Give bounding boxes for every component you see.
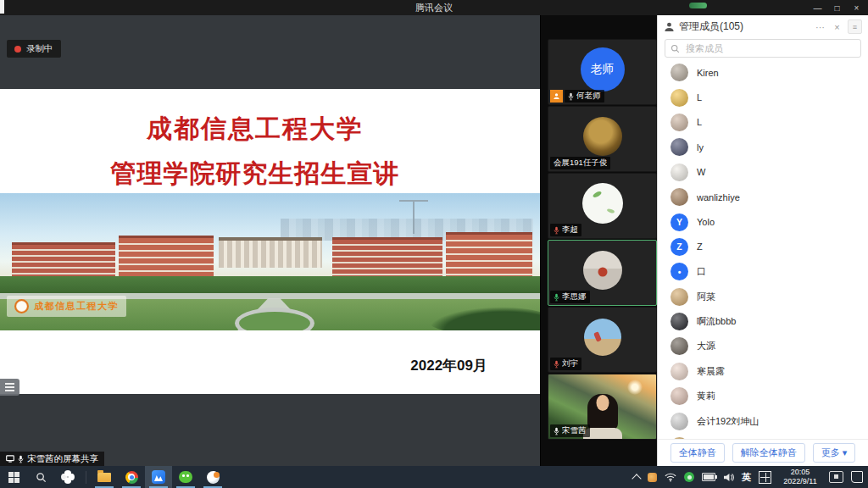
member-row[interactable]: 阿菜 — [658, 285, 868, 309]
participant-name: 何老师 — [576, 91, 601, 102]
taskbar-search-button[interactable] — [27, 466, 54, 488]
taskbar-file-explorer[interactable] — [91, 466, 118, 488]
app-icon — [207, 471, 220, 484]
list-icon — [5, 386, 14, 388]
mic-active-icon — [554, 293, 559, 302]
avatar — [670, 164, 688, 181]
member-row[interactable]: wanlizhiye — [658, 185, 868, 209]
action-center-icon[interactable] — [851, 471, 863, 483]
photo-main-building — [219, 237, 322, 268]
minimize-button[interactable]: — — [808, 0, 827, 15]
member-row[interactable]: 寒晨露 — [658, 359, 868, 384]
taskbar-wechat[interactable] — [172, 466, 199, 488]
mic-muted-icon — [554, 360, 559, 369]
panel-more-icon[interactable]: ··· — [814, 22, 826, 32]
recording-label: 录制中 — [26, 43, 53, 55]
member-row[interactable]: 黄莉 — [658, 384, 868, 408]
avatar — [670, 363, 688, 380]
members-panel: 管理成员(105) ··· × ≡ Kiren L L ly W wanlizh… — [657, 15, 868, 466]
member-name: Z — [697, 241, 703, 252]
ime-icon[interactable] — [759, 471, 771, 484]
presenter-share-text: 宋雪茜的屏幕共享 — [27, 453, 98, 465]
participant-label: 李超 — [550, 224, 581, 236]
wifi-icon[interactable] — [665, 473, 676, 482]
video-tile[interactable]: 会展191任子俊 — [548, 106, 657, 172]
host-badge-icon — [550, 90, 563, 103]
avatar — [670, 114, 688, 131]
member-row[interactable]: 会计192刘坤山 — [658, 408, 868, 433]
member-name: 阿菜 — [697, 291, 715, 303]
more-button[interactable]: 更多 ▾ — [813, 443, 856, 463]
member-name: 啊流bbbb — [697, 315, 736, 328]
member-row[interactable]: •口 — [658, 259, 868, 284]
taskbar-tencent-meeting[interactable] — [145, 466, 172, 488]
participant-name: 刘宇 — [562, 358, 578, 369]
mic-icon — [568, 92, 574, 101]
person-face — [596, 395, 609, 411]
panel-hamburger-icon[interactable]: ≡ — [848, 19, 862, 34]
members-icon — [664, 21, 675, 32]
pinwheel-icon — [61, 470, 75, 484]
search-icon — [670, 44, 680, 53]
member-name: 大源 — [697, 340, 715, 352]
participant-name: 会展191任子俊 — [554, 158, 607, 169]
wechat-icon — [179, 471, 192, 483]
member-row[interactable]: Kiren — [658, 60, 868, 85]
video-tile-active-speaker[interactable]: 李思娜 — [548, 240, 657, 306]
maximize-button[interactable]: □ — [827, 0, 847, 15]
members-panel-header: 管理成员(105) ··· × ≡ — [658, 15, 868, 38]
avatar: Z — [670, 238, 688, 256]
member-row[interactable]: W — [658, 160, 868, 185]
language-indicator[interactable]: 英 — [742, 471, 751, 484]
screen-icon — [6, 455, 14, 463]
unmute-all-button[interactable]: 解除全体静音 — [732, 443, 805, 463]
close-button[interactable]: × — [847, 0, 866, 15]
video-tile[interactable]: 刘宇 — [548, 307, 657, 373]
taskbar-pinwheel-app[interactable] — [54, 466, 81, 488]
member-search-input[interactable] — [684, 42, 855, 54]
avatar — [670, 89, 688, 107]
member-row[interactable]: 大源 — [658, 334, 868, 358]
mute-all-button[interactable]: 全体静音 — [670, 443, 725, 463]
participant-label: 会展191任子俊 — [550, 157, 610, 169]
presenter-share-label: 宋雪茜的屏幕共享 — [0, 452, 104, 466]
video-tile[interactable]: 李超 — [548, 173, 657, 239]
avatar — [670, 387, 688, 405]
member-row[interactable]: L — [658, 110, 868, 135]
folder-icon — [97, 473, 111, 482]
taskbar-app-5[interactable] — [199, 466, 226, 488]
recording-dot-icon — [14, 46, 21, 53]
tray-security-icon[interactable] — [684, 472, 694, 482]
annotation-toolbar-button[interactable] — [0, 379, 19, 396]
member-row[interactable]: YYolo — [658, 209, 868, 234]
recording-badge[interactable]: 录制中 — [7, 40, 61, 58]
slide-date: 2022年09月 — [410, 356, 487, 375]
member-row[interactable]: ZZ — [658, 235, 868, 259]
taskbar-chrome[interactable] — [118, 466, 145, 488]
member-row[interactable]: L — [658, 85, 868, 109]
volume-icon[interactable] — [723, 473, 734, 482]
member-search-box[interactable] — [665, 39, 861, 58]
video-tile-camera-on[interactable]: 宋雪茜 — [548, 374, 657, 440]
panel-close-icon[interactable]: × — [831, 22, 843, 32]
avatar — [670, 188, 688, 206]
tray-app-icon[interactable] — [648, 473, 657, 482]
member-row[interactable]: ly — [658, 135, 868, 159]
slide-title-line1: 成都信息工程大学 — [0, 112, 510, 147]
media-popup-icon[interactable] — [829, 471, 843, 483]
avatar — [670, 138, 688, 156]
taskbar-clock[interactable]: 20:05 2022/9/11 — [779, 468, 821, 487]
windows-taskbar: 英 20:05 2022/9/11 — [0, 466, 868, 488]
clock-date: 2022/9/11 — [779, 477, 821, 486]
member-list: Kiren L L ly W wanlizhiye YYolo ZZ •口 阿菜… — [658, 60, 868, 457]
video-tile-teacher[interactable]: 老师 何老师 — [548, 39, 657, 105]
member-row[interactable]: 啊流bbbb — [658, 309, 868, 334]
photo-crane — [413, 200, 415, 234]
tray-expand-icon[interactable] — [632, 474, 641, 483]
battery-icon[interactable] — [702, 473, 715, 481]
member-name: 口 — [697, 265, 706, 278]
member-name: Kiren — [697, 68, 719, 78]
participant-name: 李超 — [562, 225, 578, 236]
tencent-meeting-icon — [152, 470, 165, 484]
start-button[interactable] — [0, 466, 27, 488]
